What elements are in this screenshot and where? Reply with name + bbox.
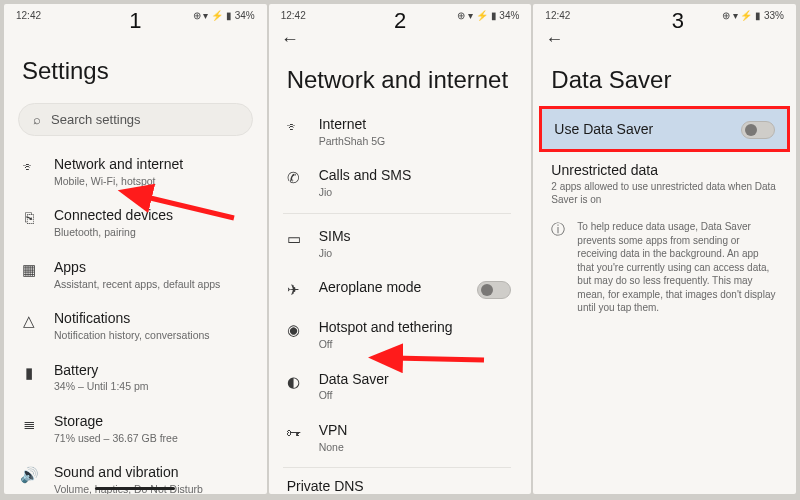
- storage-icon: ≣: [18, 413, 40, 433]
- page-title: Network and internet: [269, 50, 532, 106]
- row-vpn[interactable]: 🗝 VPN None: [269, 412, 526, 463]
- clock: 12:42: [545, 10, 570, 21]
- row-apps[interactable]: ▦ Apps Assistant, recent apps, default a…: [4, 249, 261, 300]
- vpn-icon: 🗝: [283, 422, 305, 441]
- hotspot-icon: ◉: [283, 319, 305, 339]
- info-icon: ⓘ: [551, 220, 565, 239]
- network-list: ᯤ Internet ParthShah 5G ✆ Calls and SMS …: [269, 106, 532, 494]
- step-number-1: 1: [129, 8, 141, 34]
- row-label: SIMs: [319, 228, 512, 245]
- row-label: Apps: [54, 259, 247, 276]
- row-sub: Jio: [319, 247, 512, 260]
- row-sub: 71% used – 36.67 GB free: [54, 432, 247, 445]
- plane-icon: ✈: [283, 279, 305, 299]
- row-data-saver[interactable]: ◐ Data Saver Off: [269, 361, 526, 412]
- row-sub: Bluetooth, pairing: [54, 226, 247, 239]
- row-label: Data Saver: [319, 371, 512, 388]
- clock: 12:42: [281, 10, 306, 21]
- row-battery[interactable]: ▮ Battery 34% – Until 1:45 pm: [4, 352, 261, 403]
- row-sub: Jio: [319, 186, 512, 199]
- row-sub: Assistant, recent apps, default apps: [54, 278, 247, 291]
- use-data-saver-row[interactable]: Use Data Saver: [539, 106, 790, 152]
- row-label: Private DNS: [287, 478, 508, 494]
- use-data-saver-label: Use Data Saver: [554, 121, 653, 137]
- unrestricted-title[interactable]: Unrestricted data: [533, 162, 796, 178]
- settings-list: ᯤ Network and internet Mobile, Wi-Fi, ho…: [4, 146, 267, 494]
- row-label: Notifications: [54, 310, 247, 327]
- row-sims[interactable]: ▭ SIMs Jio: [269, 218, 526, 269]
- step-number-2: 2: [394, 8, 406, 34]
- sound-icon: 🔊: [18, 464, 40, 484]
- row-label: Battery: [54, 362, 247, 379]
- status-icons: ⊕ ▾ ⚡ ▮ 34%: [457, 10, 519, 21]
- row-sub: ParthShah 5G: [319, 135, 512, 148]
- unrestricted-sub: 2 apps allowed to use unrestricted data …: [533, 178, 796, 214]
- bell-icon: △: [18, 310, 40, 330]
- apps-icon: ▦: [18, 259, 40, 279]
- status-icons: ⊕ ▾ ⚡ ▮ 34%: [193, 10, 255, 21]
- data-saver-toggle[interactable]: [741, 121, 775, 139]
- row-hotspot[interactable]: ◉ Hotspot and tethering Off: [269, 309, 526, 360]
- row-calls-sms[interactable]: ✆ Calls and SMS Jio: [269, 157, 526, 208]
- row-private-dns[interactable]: Private DNS Automatic: [269, 472, 526, 494]
- back-icon[interactable]: ←: [545, 29, 563, 50]
- aeroplane-toggle[interactable]: [477, 281, 511, 299]
- phone-icon: ✆: [283, 167, 305, 187]
- sim-icon: ▭: [283, 228, 305, 248]
- page-title: Data Saver: [533, 50, 796, 106]
- nav-indicator: [95, 487, 175, 490]
- search-icon: ⌕: [33, 112, 41, 127]
- wifi-icon: ᯤ: [283, 116, 305, 135]
- battery-icon: ▮: [18, 362, 40, 382]
- info-text: To help reduce data usage, Data Saver pr…: [577, 220, 778, 315]
- row-sub: None: [319, 441, 512, 454]
- datasaver-icon: ◐: [283, 371, 305, 391]
- row-label: VPN: [319, 422, 512, 439]
- row-label: Network and internet: [54, 156, 247, 173]
- step-number-3: 3: [672, 8, 684, 34]
- status-icons: ⊕ ▾ ⚡ ▮ 33%: [722, 10, 784, 21]
- row-network-internet[interactable]: ᯤ Network and internet Mobile, Wi-Fi, ho…: [4, 146, 261, 197]
- row-connected-devices[interactable]: ⎘ Connected devices Bluetooth, pairing: [4, 197, 261, 248]
- search-placeholder: Search settings: [51, 112, 141, 127]
- screen-3-data-saver: 3 12:42 ⊕ ▾ ⚡ ▮ 33% ← Data Saver Use Dat…: [533, 4, 796, 494]
- divider: [283, 467, 512, 468]
- row-sub: Off: [319, 389, 512, 402]
- row-sub: Off: [319, 338, 512, 351]
- row-label: Storage: [54, 413, 247, 430]
- row-label: Internet: [319, 116, 512, 133]
- row-label: Connected devices: [54, 207, 247, 224]
- row-label: Calls and SMS: [319, 167, 512, 184]
- search-input[interactable]: ⌕ Search settings: [18, 103, 253, 136]
- row-label: Aeroplane mode: [319, 279, 464, 296]
- row-label: Hotspot and tethering: [319, 319, 512, 336]
- back-icon[interactable]: ←: [281, 29, 299, 50]
- status-bar: 12:42 ⊕ ▾ ⚡ ▮ 33%: [533, 4, 796, 23]
- row-notifications[interactable]: △ Notifications Notification history, co…: [4, 300, 261, 351]
- row-internet[interactable]: ᯤ Internet ParthShah 5G: [269, 106, 526, 157]
- page-title: Settings: [4, 23, 267, 99]
- info-section: ⓘ To help reduce data usage, Data Saver …: [533, 214, 796, 321]
- wifi-icon: ᯤ: [18, 156, 40, 175]
- row-sub: 34% – Until 1:45 pm: [54, 380, 247, 393]
- row-label: Sound and vibration: [54, 464, 247, 481]
- screen-2-network: 2 12:42 ⊕ ▾ ⚡ ▮ 34% ← Network and intern…: [269, 4, 532, 494]
- devices-icon: ⎘: [18, 207, 40, 226]
- row-sub: Mobile, Wi-Fi, hotspot: [54, 175, 247, 188]
- row-sub: Notification history, conversations: [54, 329, 247, 342]
- row-aeroplane-mode[interactable]: ✈ Aeroplane mode: [269, 269, 526, 309]
- row-storage[interactable]: ≣ Storage 71% used – 36.67 GB free: [4, 403, 261, 454]
- divider: [283, 213, 512, 214]
- screen-1-settings: 1 12:42 ⊕ ▾ ⚡ ▮ 34% Settings ⌕ Search se…: [4, 4, 267, 494]
- clock: 12:42: [16, 10, 41, 21]
